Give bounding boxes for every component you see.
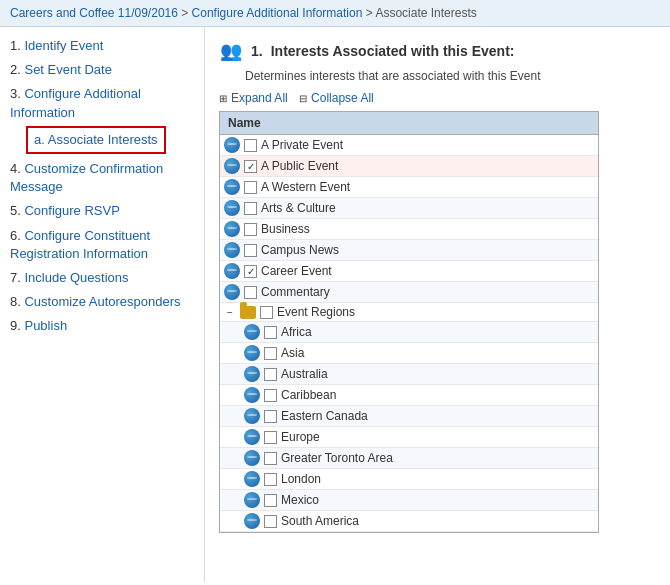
globe-icon (244, 324, 260, 340)
globe-icon (244, 345, 260, 361)
sidebar-link-5[interactable]: Configure RSVP (24, 203, 119, 218)
tree-checkbox[interactable] (264, 473, 277, 486)
tree-label: Caribbean (281, 388, 336, 402)
globe-icon (224, 242, 240, 258)
sidebar-item-7: 7. Include Questions (10, 269, 204, 287)
tree-label: Commentary (261, 285, 330, 299)
tree-row: London (220, 469, 598, 490)
sidebar-number: 7. (10, 270, 21, 285)
tree-checkbox[interactable] (264, 368, 277, 381)
tree-row: Caribbean (220, 385, 598, 406)
main-content: 👥 1. Interests Associated with this Even… (205, 27, 670, 582)
globe-icon (244, 429, 260, 445)
sidebar-number: 8. (10, 294, 21, 309)
tree-label: Mexico (281, 493, 319, 507)
sidebar-item-1: 1. Identify Event (10, 37, 204, 55)
tree-row: Business (220, 219, 598, 240)
tree-checkbox[interactable] (264, 431, 277, 444)
collapse-all-link[interactable]: Collapse All (311, 91, 374, 105)
globe-icon (244, 513, 260, 529)
tree-label: A Western Event (261, 180, 350, 194)
tree-row: Europe (220, 427, 598, 448)
tree-checkbox[interactable] (264, 326, 277, 339)
tree-checkbox[interactable] (264, 389, 277, 402)
tree-checkbox[interactable] (244, 160, 257, 173)
tree-label: South America (281, 514, 359, 528)
folder-toggle-icon[interactable]: − (224, 307, 236, 318)
tree-row: Asia (220, 343, 598, 364)
breadcrumb: Careers and Coffee 11/09/2016 > Configur… (0, 0, 670, 27)
expand-all-link[interactable]: Expand All (231, 91, 288, 105)
globe-icon (224, 179, 240, 195)
globe-icon (244, 366, 260, 382)
globe-icon (244, 387, 260, 403)
sidebar-item-6: 6. Configure Constituent Registration In… (10, 227, 204, 263)
tree-checkbox[interactable] (264, 494, 277, 507)
sidebar-link-8[interactable]: Customize Autoresponders (24, 294, 180, 309)
tree-row: −Event Regions (220, 303, 598, 322)
sidebar-link-2[interactable]: Set Event Date (24, 62, 111, 77)
tree-row: South America (220, 511, 598, 532)
tree-row: A Western Event (220, 177, 598, 198)
breadcrumb-current: Associate Interests (375, 6, 476, 20)
tree-row: Africa (220, 322, 598, 343)
tree-checkbox[interactable] (244, 286, 257, 299)
sidebar: 1. Identify Event2. Set Event Date3. Con… (0, 27, 205, 582)
tree-checkbox[interactable] (264, 347, 277, 360)
tree-row: Eastern Canada (220, 406, 598, 427)
tree-label: Australia (281, 367, 328, 381)
sidebar-link-9[interactable]: Publish (24, 318, 67, 333)
interests-icon: 👥 (219, 39, 243, 63)
tree-checkbox[interactable] (244, 181, 257, 194)
tree-label: Event Regions (277, 305, 355, 319)
globe-icon (224, 284, 240, 300)
section-header: 👥 1. Interests Associated with this Even… (219, 39, 656, 63)
sidebar-sub-active[interactable]: a. Associate Interests (26, 126, 166, 154)
sidebar-item-5: 5. Configure RSVP (10, 202, 204, 220)
tree-row: Australia (220, 364, 598, 385)
tree-row: Greater Toronto Area (220, 448, 598, 469)
tree-checkbox[interactable] (244, 139, 257, 152)
sidebar-link-1[interactable]: Identify Event (24, 38, 103, 53)
tree-checkbox[interactable] (244, 244, 257, 257)
tree-label: London (281, 472, 321, 486)
interests-tree-table: Name A Private EventA Public EventA West… (219, 111, 599, 533)
tree-label: Greater Toronto Area (281, 451, 393, 465)
tree-checkbox[interactable] (264, 452, 277, 465)
globe-icon (224, 158, 240, 174)
sidebar-number: 2. (10, 62, 21, 77)
breadcrumb-link-configure[interactable]: Configure Additional Information (192, 6, 363, 20)
tree-checkbox[interactable] (260, 306, 273, 319)
globe-icon (244, 492, 260, 508)
expand-collapse-controls: ⊞ Expand All ⊟ Collapse All (219, 91, 656, 105)
sidebar-link-6[interactable]: Configure Constituent Registration Infor… (10, 228, 150, 261)
tree-label: Career Event (261, 264, 332, 278)
globe-icon (244, 471, 260, 487)
sidebar-link-3[interactable]: Configure Additional Information (10, 86, 141, 119)
sidebar-number: 1. (10, 38, 21, 53)
tree-label: Business (261, 222, 310, 236)
sidebar-item-4: 4. Customize Confirmation Message (10, 160, 204, 196)
tree-label: Asia (281, 346, 304, 360)
sidebar-number: 3. (10, 86, 21, 101)
tree-row: Mexico (220, 490, 598, 511)
tree-checkbox[interactable] (264, 515, 277, 528)
tree-checkbox[interactable] (264, 410, 277, 423)
tree-row: Arts & Culture (220, 198, 598, 219)
sidebar-link-7[interactable]: Include Questions (24, 270, 128, 285)
globe-icon (224, 221, 240, 237)
tree-checkbox[interactable] (244, 202, 257, 215)
tree-checkbox[interactable] (244, 265, 257, 278)
tree-row: Campus News (220, 240, 598, 261)
tree-checkbox[interactable] (244, 223, 257, 236)
sidebar-item-2: 2. Set Event Date (10, 61, 204, 79)
folder-icon (240, 306, 256, 319)
breadcrumb-link-event[interactable]: Careers and Coffee 11/09/2016 (10, 6, 178, 20)
expand-icon: ⊞ (219, 93, 227, 104)
sidebar-link-4[interactable]: Customize Confirmation Message (10, 161, 163, 194)
collapse-icon: ⊟ (299, 93, 307, 104)
tree-row: Commentary (220, 282, 598, 303)
globe-icon (244, 450, 260, 466)
tree-row: A Private Event (220, 135, 598, 156)
globe-icon (224, 263, 240, 279)
